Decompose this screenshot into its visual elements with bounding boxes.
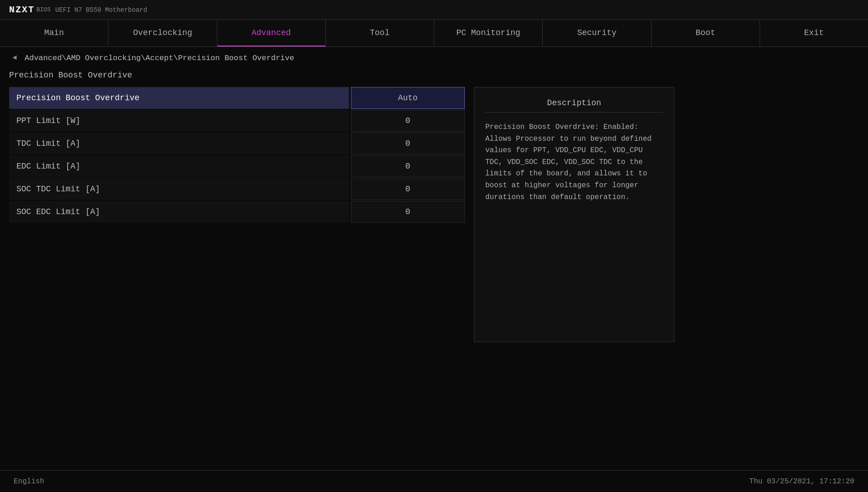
main-content: Precision Boost OverdriveAutoPPT Limit […	[0, 87, 868, 488]
tab-exit[interactable]: Exit	[760, 20, 868, 46]
tab-boot[interactable]: Boot	[652, 20, 760, 46]
table-row[interactable]: Precision Boost OverdriveAuto	[9, 87, 465, 109]
tab-advanced[interactable]: Advanced	[217, 20, 326, 46]
tab-main[interactable]: Main	[0, 20, 108, 46]
footer-language: English	[14, 477, 44, 486]
brand-bios: BIOS	[36, 6, 51, 13]
footer-datetime: Thu 03/25/2021, 17:12:20	[750, 477, 854, 486]
table-row[interactable]: EDC Limit [A]0	[9, 155, 465, 177]
description-title: Description	[485, 98, 663, 113]
table-row[interactable]: SOC TDC Limit [A]0	[9, 178, 465, 200]
setting-value-3[interactable]: 0	[351, 155, 465, 177]
table-row[interactable]: SOC EDC Limit [A]0	[9, 201, 465, 223]
setting-value-2[interactable]: 0	[351, 133, 465, 154]
setting-value-4[interactable]: 0	[351, 178, 465, 200]
table-row[interactable]: PPT Limit [W]0	[9, 110, 465, 132]
setting-value-0[interactable]: Auto	[351, 87, 465, 109]
brand-subtitle: UEFI N7 B550 Motherboard	[55, 6, 147, 14]
setting-name-5: SOC EDC Limit [A]	[9, 201, 349, 223]
tab-pc-monitoring[interactable]: PC Monitoring	[434, 20, 543, 46]
description-text: Precision Boost Overdrive: Enabled: Allo…	[485, 122, 663, 203]
tab-tool[interactable]: Tool	[326, 20, 434, 46]
title-bar: NZXT BIOS UEFI N7 B550 Motherboard	[0, 0, 868, 20]
setting-name-3: EDC Limit [A]	[9, 155, 349, 177]
footer: English Thu 03/25/2021, 17:12:20	[0, 470, 868, 492]
tab-overclocking[interactable]: Overclocking	[108, 20, 217, 46]
setting-name-4: SOC TDC Limit [A]	[9, 178, 349, 200]
setting-value-1[interactable]: 0	[351, 110, 465, 132]
settings-panel: Precision Boost OverdriveAutoPPT Limit […	[9, 87, 465, 488]
breadcrumb-path: Advanced\AMD Overclocking\Accept\Precisi…	[25, 54, 294, 62]
nav-tabs: MainOverclockingAdvancedToolPC Monitorin…	[0, 20, 868, 47]
breadcrumb: ◄ Advanced\AMD Overclocking\Accept\Preci…	[0, 47, 868, 69]
back-icon[interactable]: ◄	[9, 52, 20, 63]
setting-name-1: PPT Limit [W]	[9, 110, 349, 132]
setting-name-2: TDC Limit [A]	[9, 133, 349, 154]
page-title: Precision Boost Overdrive	[0, 69, 868, 87]
setting-name-0: Precision Boost Overdrive	[9, 87, 349, 109]
table-row[interactable]: TDC Limit [A]0	[9, 133, 465, 154]
setting-value-5[interactable]: 0	[351, 201, 465, 223]
brand-name: NZXT	[9, 5, 35, 15]
description-panel: Description Precision Boost Overdrive: E…	[474, 87, 674, 342]
tab-security[interactable]: Security	[543, 20, 651, 46]
